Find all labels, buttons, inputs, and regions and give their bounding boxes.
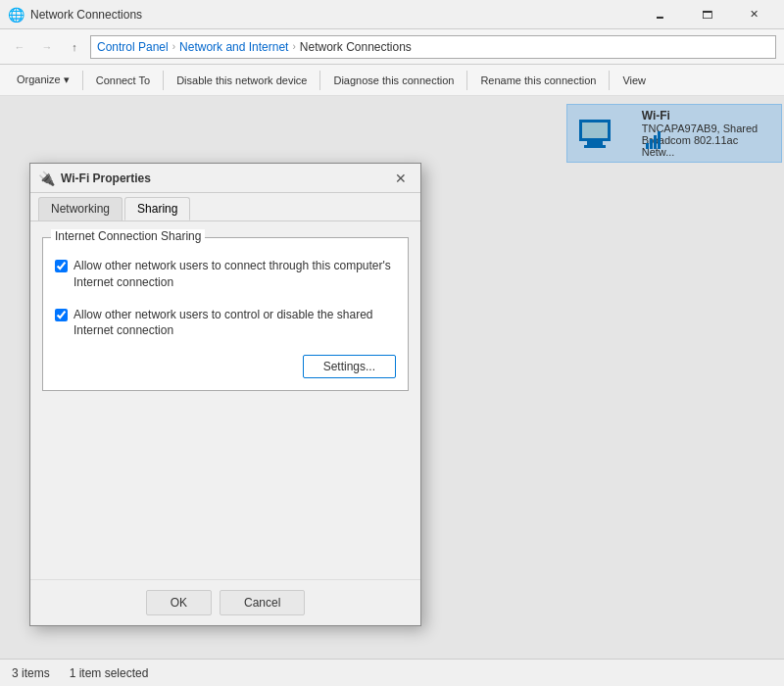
connect-to-button[interactable]: Connect To — [87, 67, 159, 94]
selected-count: 1 item selected — [70, 666, 149, 680]
spacer — [42, 391, 409, 567]
window-title: Network Connections — [30, 8, 142, 22]
title-bar: 🌐 Network Connections 🗕 🗖 ✕ — [0, 0, 784, 29]
close-button[interactable]: ✕ — [731, 0, 776, 29]
toolbar: Organize ▾ Connect To Disable this netwo… — [0, 65, 784, 96]
settings-button[interactable]: Settings... — [303, 355, 396, 378]
up-button[interactable]: ↑ — [63, 35, 86, 59]
minimize-button[interactable]: 🗕 — [637, 0, 682, 29]
main-content: Wi-Fi TNCAPA97AB9, Shared Broadcom 802.1… — [0, 96, 784, 659]
tab-networking[interactable]: Networking — [38, 197, 122, 220]
dialog-footer: OK Cancel — [30, 579, 420, 625]
group-label: Internet Connection Sharing — [51, 229, 205, 243]
forward-button[interactable]: → — [35, 35, 59, 59]
disable-button[interactable]: Disable this network device — [168, 67, 316, 94]
window-icon: 🌐 — [8, 7, 24, 23]
checkbox-row-2: Allow other network users to control or … — [55, 307, 396, 340]
dialog-title: Wi-Fi Properties — [61, 172, 383, 185]
maximize-button[interactable]: 🗖 — [684, 0, 729, 29]
allow-control-checkbox[interactable] — [55, 309, 68, 321]
allow-connect-checkbox[interactable] — [55, 260, 68, 272]
breadcrumb-item-network-connections: Network Connections — [300, 40, 412, 54]
tabs-bar: Networking Sharing — [30, 193, 420, 220]
tab-sharing[interactable]: Sharing — [124, 197, 190, 220]
rename-button[interactable]: Rename this connection — [471, 67, 605, 94]
status-bar: 3 items 1 item selected — [0, 659, 784, 686]
toolbar-separator-4 — [466, 71, 467, 90]
allow-connect-label: Allow other network users to connect thr… — [74, 258, 396, 291]
cancel-button[interactable]: Cancel — [220, 590, 305, 615]
tab-content-sharing: Internet Connection Sharing Allow other … — [30, 220, 420, 579]
window-controls: 🗕 🗖 ✕ — [637, 0, 776, 29]
organize-button[interactable]: Organize ▾ — [8, 67, 78, 94]
breadcrumb: Control Panel › Network and Internet › N… — [90, 35, 776, 59]
dialog-title-bar: 🔌 Wi-Fi Properties ✕ — [30, 164, 420, 193]
breadcrumb-item-control-panel[interactable]: Control Panel — [97, 40, 169, 54]
settings-btn-row: Settings... — [55, 355, 396, 378]
wifi-properties-dialog: 🔌 Wi-Fi Properties ✕ Networking Sharing … — [29, 163, 421, 626]
items-count: 3 items — [12, 666, 50, 680]
toolbar-separator-2 — [163, 71, 164, 90]
ok-button[interactable]: OK — [146, 590, 212, 615]
back-button[interactable]: ← — [8, 35, 31, 59]
toolbar-separator-3 — [319, 71, 320, 90]
breadcrumb-separator-2: › — [292, 41, 295, 52]
checkbox-row-1: Allow other network users to connect thr… — [55, 258, 396, 291]
diagnose-button[interactable]: Diagnose this connection — [324, 67, 463, 94]
breadcrumb-item-network-internet[interactable]: Network and Internet — [179, 40, 288, 54]
view-button[interactable]: View — [613, 67, 655, 94]
toolbar-separator-5 — [609, 71, 610, 90]
breadcrumb-separator-1: › — [172, 41, 175, 52]
modal-overlay: 🔌 Wi-Fi Properties ✕ Networking Sharing … — [0, 96, 784, 659]
internet-connection-sharing-group: Internet Connection Sharing Allow other … — [42, 237, 409, 391]
dialog-close-button[interactable]: ✕ — [389, 167, 413, 190]
allow-control-label: Allow other network users to control or … — [74, 307, 396, 340]
dialog-icon: 🔌 — [38, 171, 55, 186]
toolbar-separator-1 — [82, 71, 83, 90]
address-bar: ← → ↑ Control Panel › Network and Intern… — [0, 29, 784, 65]
